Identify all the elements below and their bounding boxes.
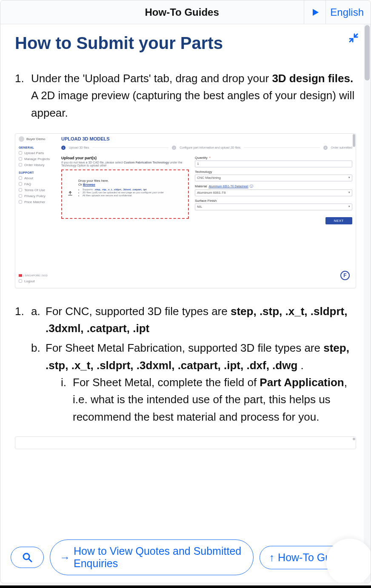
shot-drop-b3: All files uploads are secure and confide… bbox=[83, 194, 184, 197]
collapse-icon[interactable] bbox=[348, 33, 359, 46]
shot-drop-supports: Supports: .step, .stp, .x_t, .sldprt, .3… bbox=[83, 188, 184, 191]
shot-drop-line1: Drop your files here. bbox=[78, 179, 184, 183]
topbar: How-To Guides English bbox=[0, 0, 371, 24]
next-guide-label: How to View Quotes and Submitted Enquiri… bbox=[74, 545, 244, 570]
shot-section-support: SUPPORT bbox=[19, 171, 58, 174]
shot-heading: UPLOAD 3D MODELS bbox=[61, 136, 352, 141]
shot-nav-privacy: Privacy Policy bbox=[19, 194, 58, 198]
nested-i-list: i. For Sheet Metal, complete the field o… bbox=[46, 374, 356, 425]
sub-step-list: 1. a. For CNC, supported 3D file types a… bbox=[15, 303, 356, 428]
nested-i: i. For Sheet Metal, complete the field o… bbox=[61, 374, 356, 425]
nested-list: a. For CNC, supported 3D file types are … bbox=[31, 303, 356, 425]
bottom-edge bbox=[0, 585, 371, 588]
shot2-scrollbar bbox=[353, 438, 355, 440]
content-area: How to Submit your Parts 1. Under the 'U… bbox=[0, 24, 371, 583]
shot-upload-sub: If you do not have a 3D CAD file, please… bbox=[61, 161, 189, 167]
shot-nav-history: Order History bbox=[19, 163, 58, 167]
next-guide-button[interactable]: → How to View Quotes and Submitted Enqui… bbox=[50, 539, 254, 575]
search-button[interactable] bbox=[11, 547, 44, 568]
embedded-screenshot-2 bbox=[15, 436, 356, 449]
guide-window: How-To Guides English How to Submit your… bbox=[0, 0, 371, 583]
arrow-up-icon: ↑ bbox=[269, 551, 275, 564]
step-1-text: Under the 'Upload Parts' tab, drag and d… bbox=[31, 70, 356, 121]
topbar-title: How-To Guides bbox=[60, 6, 304, 18]
shot-mat-link: Aluminum 6061-T6 Datasheet bbox=[208, 185, 248, 188]
upload-icon bbox=[67, 191, 73, 197]
shot-main: UPLOAD 3D MODELS 1Upload 3D files 2Confi… bbox=[61, 136, 352, 285]
shot-sidebar: Buyer Demo GENERAL Upload Parts Manage P… bbox=[15, 134, 61, 288]
shot-sf-select: NIL bbox=[195, 204, 352, 210]
shot-qty-input: 1 bbox=[195, 161, 352, 167]
shot-nav-about: About bbox=[19, 176, 58, 180]
shot-stepper: 1Upload 3D files 2Configure part informa… bbox=[61, 146, 352, 150]
shot-logo: F bbox=[340, 271, 350, 280]
shot-next-button: NEXT bbox=[325, 217, 352, 224]
shot-qty-label: Quantity bbox=[195, 156, 208, 160]
shot-drop-b2: 2D files (.pdf) can be uploaded at next … bbox=[83, 191, 184, 194]
embedded-screenshot: Buyer Demo GENERAL Upload Parts Manage P… bbox=[15, 133, 356, 288]
shot-mat-label: Material bbox=[195, 184, 207, 188]
avatar bbox=[19, 136, 24, 142]
shot-username: Buyer Demo bbox=[26, 137, 45, 141]
arrow-right-icon: → bbox=[60, 551, 70, 564]
shot-nav-faq: FAQ bbox=[19, 182, 58, 186]
shot-sf-label: Surface Finish bbox=[195, 199, 217, 203]
page-title: How to Submit your Parts bbox=[15, 34, 356, 53]
shot-scrollbar bbox=[353, 134, 355, 147]
play-icon[interactable] bbox=[311, 0, 326, 24]
nested-b: b. For Sheet Metal Fabrication, supporte… bbox=[31, 339, 356, 425]
shot-section-general: GENERAL bbox=[19, 146, 58, 149]
shot-nav-terms: Terms Of Use bbox=[19, 188, 58, 192]
svg-line-1 bbox=[29, 559, 31, 562]
sub-step-number: 1. bbox=[15, 303, 27, 428]
shot-tech-select: CNC Machining bbox=[195, 175, 352, 181]
language-selector[interactable]: English bbox=[330, 6, 364, 18]
step-number: 1. bbox=[15, 70, 27, 121]
sub-step-1: 1. a. For CNC, supported 3D file types a… bbox=[15, 303, 356, 428]
topbar-right: English bbox=[304, 0, 371, 24]
floating-action-button[interactable] bbox=[326, 539, 371, 583]
shot-upload-label: Upload your part(s) bbox=[61, 156, 189, 160]
nav-pills: → How to View Quotes and Submitted Enqui… bbox=[11, 535, 360, 575]
shot-nav-manage: Manage Projects bbox=[19, 157, 58, 161]
shot-nav-upload: Upload Parts bbox=[19, 151, 58, 155]
shot-tech-label: Technology bbox=[195, 170, 212, 174]
shot-drop-browse: Or Browse bbox=[78, 183, 184, 186]
shot-nav-logout: Logout bbox=[19, 279, 34, 283]
search-icon bbox=[22, 552, 32, 562]
shot-locale: | SINGAPORE | SGD bbox=[23, 274, 48, 277]
shot-mat-select: Aluminum 6061-T6 bbox=[195, 189, 352, 196]
step-1: 1. Under the 'Upload Parts' tab, drag an… bbox=[15, 70, 356, 121]
shot-dropzone: Drop your files here. Or Browse Supports… bbox=[61, 169, 189, 219]
shot-nav-pricematcher: Price Matcher bbox=[19, 200, 58, 204]
nested-a: a. For CNC, supported 3D file types are … bbox=[31, 303, 356, 337]
step-list: 1. Under the 'Upload Parts' tab, drag an… bbox=[15, 70, 356, 121]
